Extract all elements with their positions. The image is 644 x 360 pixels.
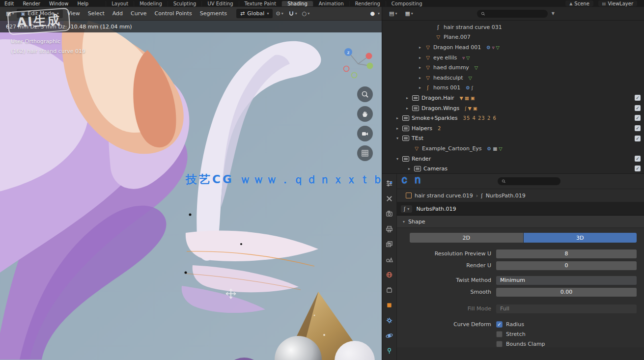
workspace-tab-modeling[interactable]: Modeling (134, 1, 168, 6)
collection-visibility-checkbox[interactable] (635, 166, 641, 171)
tab-world[interactable] (383, 269, 396, 280)
expand-arrow-icon[interactable]: ▸ (418, 65, 422, 70)
radius-checkbox[interactable] (496, 321, 503, 328)
datablock-browse-button[interactable]: ʃ ▾ (401, 205, 412, 213)
shape-section-header[interactable]: ▾ Shape (397, 216, 644, 228)
outliner-row[interactable]: ▸ ▽ Dragon Head 001 ⚙ ▿ ▽ (382, 42, 644, 53)
tab-tool[interactable] (383, 193, 396, 204)
workspace-tab-texture-paint[interactable]: Texture Paint (239, 1, 282, 6)
expand-arrow-icon[interactable]: ▾ (395, 136, 400, 140)
menu-segments[interactable]: Segments (196, 9, 230, 18)
smooth-field[interactable]: 0.00 (496, 288, 637, 297)
expand-arrow-icon[interactable]: ▸ (418, 85, 422, 90)
outliner-row[interactable]: ▸ ʃ horns 001 ⚙ ʃ (382, 83, 644, 93)
snap-button[interactable]: ▾ (286, 10, 299, 18)
outliner-row[interactable]: ▾ Render (382, 154, 644, 164)
outliner-row[interactable]: ▸ ▽ headsculpt ▽ (382, 73, 644, 83)
menu-render[interactable]: Render (18, 1, 45, 6)
collection-visibility-checkbox[interactable] (635, 156, 641, 162)
fill-mode-dropdown[interactable]: Full (496, 305, 637, 313)
proportional-editing-button[interactable]: ○ ▾ (300, 9, 312, 18)
expand-arrow-icon[interactable]: ▸ (395, 126, 400, 131)
expand-arrow-icon[interactable]: ▸ (418, 76, 422, 80)
bounds-clamp-option[interactable]: Bounds Clamp (496, 341, 545, 347)
button-3d[interactable]: 3D (524, 233, 637, 243)
menu-window[interactable]: Window (45, 1, 73, 6)
menu-add[interactable]: Add (109, 9, 126, 18)
breadcrumb-data[interactable]: NurbsPath.019 (486, 193, 526, 199)
expand-arrow-icon[interactable]: ▸ (395, 116, 400, 120)
outliner-row[interactable]: ▸ ▽ eye ellils ▿ ▽ (382, 53, 644, 63)
camera-view-button[interactable] (357, 126, 373, 141)
tab-scene[interactable] (383, 254, 396, 265)
tab-physics[interactable] (383, 330, 396, 341)
workspace-tab-uv-editing[interactable]: UV Editing (201, 1, 238, 6)
menu-curve[interactable]: Curve (127, 9, 150, 18)
navigation-gizmo[interactable]: z (339, 44, 375, 80)
chevron-down-icon[interactable]: ▾ (378, 11, 380, 16)
render-u-field[interactable]: 0 (496, 261, 637, 270)
tab-collection-properties[interactable] (383, 284, 396, 295)
stretch-option[interactable]: Stretch (496, 331, 545, 337)
collection-visibility-checkbox[interactable] (635, 125, 641, 131)
shading-sphere-icon[interactable]: ● (370, 10, 375, 17)
workspace-tab-compositing[interactable]: Compositing (386, 1, 428, 6)
tab-render[interactable] (383, 208, 396, 219)
outliner-row[interactable]: ▸ ▽ haed dummy ▽ (382, 62, 644, 73)
pivot-point-button[interactable]: ⊙ ▾ (274, 9, 285, 18)
button-2d[interactable]: 2D (410, 233, 523, 243)
tab-object-properties[interactable] (383, 300, 396, 310)
gizmo-neg-x-axis[interactable] (344, 66, 349, 72)
expand-arrow-icon[interactable]: ▾ (395, 157, 400, 161)
expand-arrow-icon[interactable]: ▸ (407, 166, 412, 171)
menu-help[interactable]: Help (73, 1, 93, 6)
outliner-search[interactable] (477, 10, 548, 18)
outliner-row[interactable]: ▽ Example_Cartoon_Eys ⚙ ▦ ▽ (382, 143, 644, 154)
workspace-tab-shading[interactable]: Shading (281, 1, 313, 6)
menu-select[interactable]: Select (84, 9, 108, 18)
viewlayer-selector[interactable]: ▤ ViewLayer (598, 0, 637, 6)
properties-search[interactable] (498, 177, 560, 185)
expand-arrow-icon[interactable]: ▸ (405, 106, 410, 111)
menu-control-points[interactable]: Control Points (151, 9, 196, 18)
tab-constraints[interactable] (383, 345, 396, 356)
tab-modifiers[interactable] (383, 315, 396, 326)
tab-view-layer[interactable] (383, 239, 396, 249)
gizmo-y-axis[interactable] (367, 63, 373, 69)
3d-viewport[interactable]: 627 mm Dz: 3 mm Dz: -10.48 mm (12.04 mm)… (0, 21, 382, 360)
collection-visibility-checkbox[interactable] (635, 95, 641, 101)
workspace-tab-sculpting[interactable]: Sculpting (168, 1, 202, 6)
twist-method-dropdown[interactable]: Minimum (496, 276, 637, 285)
expand-arrow-icon[interactable]: ▸ (405, 96, 410, 100)
outliner-editor-type-button[interactable]: ▤ ▾ (387, 9, 399, 18)
outliner-row[interactable]: ▸ Smoke+Sparkles 35 4 23 2 6 (382, 113, 644, 123)
outliner-search-input[interactable] (487, 10, 543, 17)
collection-visibility-checkbox[interactable] (635, 136, 641, 141)
filter-icon[interactable]: ▼ (552, 11, 555, 16)
outliner-row[interactable]: ʃ hair strand curve 031 (382, 22, 644, 32)
gizmo-neg-y-axis[interactable] (352, 73, 357, 78)
workspace-tab-layout[interactable]: Layout (106, 1, 134, 6)
gizmo-x-axis[interactable] (366, 53, 372, 59)
expand-arrow-icon[interactable]: ▸ (418, 45, 422, 50)
collection-visibility-checkbox[interactable] (635, 105, 641, 111)
stretch-checkbox[interactable] (496, 331, 503, 337)
resolution-preview-field[interactable]: 8 (496, 249, 637, 258)
outliner-row[interactable]: ▽ Plane.007 (382, 32, 644, 43)
scene-selector[interactable]: ▲ Scene (565, 0, 593, 6)
expand-arrow-icon[interactable]: ▸ (418, 55, 422, 60)
breadcrumb-object[interactable]: hair strand curve.019 (415, 193, 473, 199)
datablock-name[interactable]: NurbsPath.019 (416, 206, 456, 212)
outliner-row[interactable]: ▸ Dragon.Wings ʃ ▼ ▣ (382, 103, 644, 113)
tab-output[interactable] (383, 223, 396, 234)
outliner-display-mode-button[interactable]: ▦ ▾ (403, 9, 415, 18)
workspace-tab-animation[interactable]: Animation (313, 1, 349, 6)
workspace-tab-rendering[interactable]: Rendering (349, 1, 386, 6)
outliner-row[interactable]: ▸ Dragon.Hair ▼ ▦ ▣ (382, 93, 644, 103)
outliner-row[interactable]: ▸ Halpers 2 (382, 123, 644, 134)
bounds-clamp-checkbox[interactable] (496, 341, 503, 347)
pan-button[interactable] (357, 106, 373, 122)
properties-search-input[interactable] (508, 178, 557, 185)
collection-visibility-checkbox[interactable] (635, 115, 641, 121)
toggle-perspective-button[interactable] (357, 145, 373, 161)
